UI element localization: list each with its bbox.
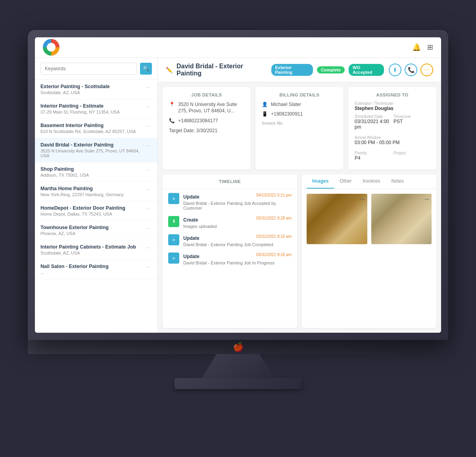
- images-grid: ··· ···: [302, 189, 436, 249]
- photo-container: ···: [307, 194, 367, 244]
- photo-thumbnail-1[interactable]: [307, 194, 367, 244]
- job-details-card: JOB DETAILS 📍 3520 N University Ave Suit…: [163, 87, 251, 170]
- mobile-icon: 📱: [262, 111, 268, 117]
- header-icons: 🔔 ⊞: [412, 43, 433, 52]
- timeline-item: ⬆ Create 03/31/2021 9:28 am Images uploa…: [168, 216, 292, 229]
- billing-phone: +19082300911: [271, 111, 303, 118]
- edit-icon[interactable]: ✏️: [166, 67, 173, 73]
- monitor-stand-top: [202, 354, 274, 378]
- job-more-icon[interactable]: ···: [144, 103, 152, 110]
- job-more-icon[interactable]: ···: [144, 123, 152, 129]
- timeline-item: ≡ Update 03/31/2021 9:16 am David Bridal…: [168, 253, 292, 265]
- sidebar: 🔍 Exterior Painting - Scottsdale Scottsd…: [35, 58, 158, 333]
- tab-images[interactable]: Images: [307, 174, 334, 189]
- tab-other[interactable]: Other: [334, 174, 357, 189]
- list-item[interactable]: Basement Interior Painting 610 N Scottsd…: [35, 119, 157, 138]
- tab-notes[interactable]: Notes: [386, 174, 409, 189]
- job-address: 3520 N University Ave Suite 275, Provo, …: [178, 101, 244, 115]
- list-item-active[interactable]: David Bridal - Exterior Painting 3520 N …: [35, 138, 157, 162]
- assigned-to-card: ASSIGNED TO Estimator / Technician Steph…: [348, 87, 436, 170]
- app-content: 🔍 Exterior Painting - Scottsdale Scottsd…: [35, 58, 441, 333]
- list-item[interactable]: Exterior Painting - Scottsdale Scottsdal…: [35, 80, 157, 99]
- invoice-label: Invoice No.: [262, 121, 284, 125]
- timeline-list: ≡ Update 04/13/2021 5:11 pm David Bridal…: [163, 189, 297, 275]
- badge-wo: WO Accepted: [349, 64, 384, 76]
- list-item[interactable]: Shop Painting Addison, TX 75001, USA ···: [35, 162, 157, 182]
- bottom-section: TIMELINE ≡ Update 04/13/2021 5:11 pm: [158, 174, 441, 333]
- timeline-item: ≡ Update 04/13/2021 5:11 pm David Bridal…: [168, 193, 292, 210]
- download-button[interactable]: ⬇: [389, 64, 401, 76]
- badge-status: Complete: [317, 66, 345, 73]
- app-header: 🔔 ⊞: [35, 37, 441, 58]
- job-title: David Bridal - Exterior Painting: [177, 63, 267, 77]
- job-more-icon[interactable]: ···: [144, 186, 152, 192]
- media-panel: Images Other Invoices Notes: [302, 174, 436, 328]
- photo-more-icon-1[interactable]: ···: [360, 196, 365, 202]
- job-more-icon[interactable]: ···: [144, 142, 152, 148]
- billing-contact: Michael Slater: [271, 101, 301, 108]
- photo-more-icon-2[interactable]: ···: [424, 196, 429, 202]
- photo-thumbnail-2[interactable]: [371, 194, 432, 244]
- details-grid: JOB DETAILS 📍 3520 N University Ave Suit…: [158, 82, 441, 174]
- monitor-stand-base: [175, 378, 301, 389]
- search-input[interactable]: [40, 63, 137, 75]
- update-icon-3: ≡: [168, 253, 179, 264]
- phone-icon: 📞: [169, 118, 175, 123]
- timeline-item: ≡ Update 03/31/2021 9:16 am David Bridal…: [168, 234, 292, 247]
- job-header: ✏️ David Bridal - Exterior Painting Exte…: [158, 58, 441, 82]
- job-list: Exterior Painting - Scottsdale Scottsdal…: [35, 80, 157, 333]
- list-item[interactable]: Martha Home Painting New-York-Ring, 2229…: [35, 182, 157, 201]
- target-date: Target Date: 3/30/2021: [169, 127, 217, 134]
- billing-details-card: BILLING DETAILS 👤 Michael Slater 📱 +1908…: [255, 87, 344, 170]
- job-more-icon[interactable]: ···: [144, 205, 152, 212]
- update-icon: ≡: [168, 193, 179, 204]
- person-icon: 👤: [262, 102, 268, 107]
- photo-container-2: ···: [371, 194, 432, 244]
- logo-icon: [43, 39, 60, 56]
- job-actions: ⬇ 📞 ⋯: [389, 64, 433, 76]
- main-panel: ✏️ David Bridal - Exterior Painting Exte…: [158, 58, 441, 333]
- job-more-icon[interactable]: ···: [144, 166, 152, 173]
- update-icon-2: ≡: [168, 234, 179, 245]
- grid-icon[interactable]: ⊞: [427, 43, 433, 52]
- tab-invoices[interactable]: Invoices: [357, 174, 386, 189]
- timeline-card: TIMELINE ≡ Update 04/13/2021 5:11 pm: [163, 174, 297, 328]
- apple-logo: 🍎: [233, 342, 244, 352]
- list-item[interactable]: Nail Salon - Exterior Painting ... ···: [35, 260, 157, 279]
- list-item[interactable]: Townhouse Exterior Painting Phoenix, AZ,…: [35, 221, 157, 240]
- job-phone: +14880223084177: [178, 118, 218, 124]
- create-icon: ⬆: [168, 216, 179, 227]
- app-logo: [43, 39, 60, 56]
- job-more-icon[interactable]: ···: [144, 225, 152, 231]
- call-button[interactable]: 📞: [405, 64, 417, 76]
- notification-icon[interactable]: 🔔: [412, 43, 421, 52]
- more-button[interactable]: ⋯: [420, 64, 433, 76]
- list-item[interactable]: Interior Painting - Estimate 37-29 Main …: [35, 99, 157, 119]
- location-icon: 📍: [169, 102, 175, 107]
- list-item[interactable]: Interior Painting Cabinets - Estimate Jo…: [35, 240, 157, 260]
- job-more-icon[interactable]: ···: [144, 264, 152, 270]
- monitor-chin: 🍎: [28, 340, 448, 354]
- badge-type: Exterior Painting: [271, 64, 313, 76]
- list-item[interactable]: HomeDepot - Exterior Door Painting Home …: [35, 201, 157, 221]
- search-bar: 🔍: [35, 58, 157, 80]
- job-more-icon[interactable]: ···: [144, 244, 152, 251]
- job-more-icon[interactable]: ···: [144, 84, 152, 90]
- search-button[interactable]: 🔍: [140, 63, 152, 75]
- tabs-bar: Images Other Invoices Notes: [302, 174, 436, 189]
